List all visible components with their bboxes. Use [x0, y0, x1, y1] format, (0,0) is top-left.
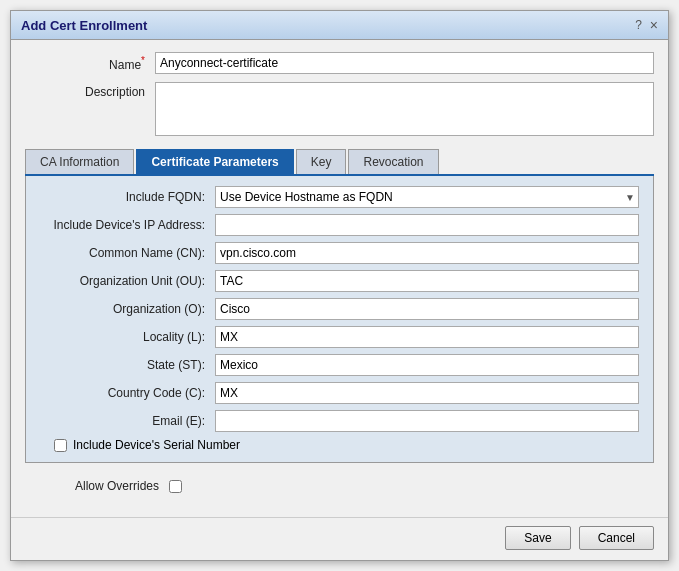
common-name-label: Common Name (CN): [40, 246, 215, 260]
dialog-titlebar: Add Cert Enrollment ? × [11, 11, 668, 40]
country-control [215, 382, 639, 404]
save-button[interactable]: Save [505, 526, 570, 550]
locality-row: Locality (L): [40, 326, 639, 348]
name-label: Name* [25, 52, 155, 72]
state-label: State (ST): [40, 358, 215, 372]
tabs: CA Information Certificate Parameters Ke… [25, 149, 654, 176]
state-row: State (ST): [40, 354, 639, 376]
help-icon[interactable]: ? [635, 18, 642, 32]
description-input[interactable] [155, 82, 654, 136]
email-label: Email (E): [40, 414, 215, 428]
common-name-row: Common Name (CN): [40, 242, 639, 264]
common-name-control [215, 242, 639, 264]
allow-overrides-row: Allow Overrides [25, 473, 654, 499]
locality-control [215, 326, 639, 348]
allow-overrides-checkbox[interactable] [169, 480, 182, 493]
org-unit-input[interactable] [215, 270, 639, 292]
state-control [215, 354, 639, 376]
common-name-input[interactable] [215, 242, 639, 264]
serial-number-row: Include Device's Serial Number [54, 438, 639, 452]
serial-number-label: Include Device's Serial Number [73, 438, 240, 452]
close-icon[interactable]: × [650, 17, 658, 33]
description-control [155, 82, 654, 139]
include-fqdn-select-wrapper: Use Device Hostname as FQDN None Other ▼ [215, 186, 639, 208]
email-control [215, 410, 639, 432]
tab-certificate-parameters[interactable]: Certificate Parameters [136, 149, 293, 174]
add-cert-enrollment-dialog: Add Cert Enrollment ? × Name* Descriptio… [10, 10, 669, 561]
name-row: Name* [25, 52, 654, 74]
include-ip-label: Include Device's IP Address: [40, 218, 215, 232]
tabs-container: CA Information Certificate Parameters Ke… [25, 149, 654, 463]
include-fqdn-select[interactable]: Use Device Hostname as FQDN None Other [215, 186, 639, 208]
tab-ca-information[interactable]: CA Information [25, 149, 134, 174]
include-ip-control [215, 214, 639, 236]
include-ip-row: Include Device's IP Address: [40, 214, 639, 236]
description-row: Description [25, 82, 654, 139]
include-fqdn-row: Include FQDN: Use Device Hostname as FQD… [40, 186, 639, 208]
tab-content-certificate-parameters: Include FQDN: Use Device Hostname as FQD… [25, 176, 654, 463]
tab-key[interactable]: Key [296, 149, 347, 174]
org-control [215, 298, 639, 320]
org-row: Organization (O): [40, 298, 639, 320]
name-input[interactable] [155, 52, 654, 74]
allow-overrides-label: Allow Overrides [39, 479, 169, 493]
locality-input[interactable] [215, 326, 639, 348]
include-fqdn-label: Include FQDN: [40, 190, 215, 204]
name-control [155, 52, 654, 74]
org-input[interactable] [215, 298, 639, 320]
dialog-body: Name* Description CA Information Certifi… [11, 40, 668, 511]
include-ip-input[interactable] [215, 214, 639, 236]
description-label: Description [25, 82, 155, 99]
dialog-title: Add Cert Enrollment [21, 18, 147, 33]
email-row: Email (E): [40, 410, 639, 432]
country-label: Country Code (C): [40, 386, 215, 400]
org-unit-label: Organization Unit (OU): [40, 274, 215, 288]
locality-label: Locality (L): [40, 330, 215, 344]
email-input[interactable] [215, 410, 639, 432]
cancel-button[interactable]: Cancel [579, 526, 654, 550]
include-fqdn-control: Use Device Hostname as FQDN None Other ▼ [215, 186, 639, 208]
country-row: Country Code (C): [40, 382, 639, 404]
dialog-controls: ? × [635, 17, 658, 33]
state-input[interactable] [215, 354, 639, 376]
country-input[interactable] [215, 382, 639, 404]
org-unit-control [215, 270, 639, 292]
serial-number-checkbox[interactable] [54, 439, 67, 452]
org-label: Organization (O): [40, 302, 215, 316]
org-unit-row: Organization Unit (OU): [40, 270, 639, 292]
tab-revocation[interactable]: Revocation [348, 149, 438, 174]
dialog-footer: Save Cancel [11, 517, 668, 560]
